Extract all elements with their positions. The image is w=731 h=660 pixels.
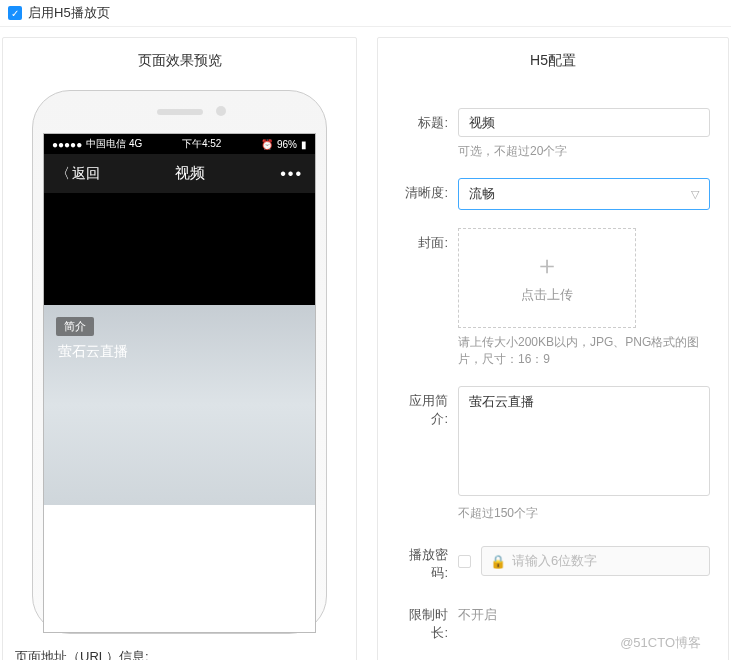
cover-label: 封面: (396, 228, 458, 368)
clarity-label: 清晰度: (396, 178, 458, 210)
intro-text: 萤石云直播 (58, 343, 128, 361)
cover-hint: 请上传大小200KB以内，JPG、PNG格式的图片，尺寸：16：9 (458, 334, 710, 368)
chevron-left-icon: 〈 (56, 165, 70, 183)
password-input[interactable]: 🔒 请输入6位数字 (481, 546, 710, 576)
battery-label: 96% (277, 139, 297, 150)
plus-icon: ＋ (534, 252, 560, 278)
intro-textarea[interactable] (458, 386, 710, 496)
status-bar: ●●●●● 中国电信 4G 下午4:52 ⏰ 96% ▮ (44, 134, 315, 154)
password-placeholder: 请输入6位数字 (512, 552, 597, 570)
enable-label: 启用H5播放页 (28, 4, 110, 22)
lock-icon: 🔒 (490, 554, 506, 569)
nav-title: 视频 (175, 164, 205, 183)
intro-tag: 简介 (56, 317, 94, 336)
chevron-down-icon: ▽ (691, 188, 699, 201)
video-area (44, 193, 315, 305)
back-button[interactable]: 〈 返回 (56, 165, 100, 183)
phone-mockup: ●●●●● 中国电信 4G 下午4:52 ⏰ 96% ▮ 〈 (32, 90, 327, 634)
upload-text: 点击上传 (521, 286, 573, 304)
alarm-icon: ⏰ (261, 139, 273, 150)
config-header: H5配置 (378, 38, 728, 84)
url-label: 页面地址（URL）信息: (3, 634, 356, 660)
limit-value: 不开启 (458, 600, 497, 624)
content-area: 简介 萤石云直播 (44, 305, 315, 505)
clarity-value: 流畅 (469, 185, 495, 203)
preview-panel: 页面效果预览 ●●●●● 中国电信 4G 下午4:52 ⏰ 96% ▮ (2, 37, 357, 660)
preview-header: 页面效果预览 (3, 38, 356, 84)
intro-label: 应用简介: (396, 386, 458, 522)
battery-icon: ▮ (301, 139, 307, 150)
password-label: 播放密码: (396, 540, 458, 582)
password-checkbox[interactable] (458, 555, 471, 568)
nav-bar: 〈 返回 视频 ••• (44, 154, 315, 193)
carrier-label: 中国电信 4G (86, 137, 142, 151)
intro-hint: 不超过150个字 (458, 505, 710, 522)
watermark: @51CTO博客 (620, 634, 701, 652)
time-label: 下午4:52 (182, 137, 221, 151)
title-hint: 可选，不超过20个字 (458, 143, 710, 160)
more-icon[interactable]: ••• (280, 165, 303, 183)
title-label: 标题: (396, 108, 458, 160)
upload-button[interactable]: ＋ 点击上传 (458, 228, 636, 328)
clarity-select[interactable]: 流畅 ▽ (458, 178, 710, 210)
config-panel: H5配置 标题: 可选，不超过20个字 清晰度: 流畅 ▽ 封面: (377, 37, 729, 660)
title-input[interactable] (458, 108, 710, 137)
limit-label: 限制时长: (396, 600, 458, 642)
enable-checkbox[interactable]: ✓ (8, 6, 22, 20)
